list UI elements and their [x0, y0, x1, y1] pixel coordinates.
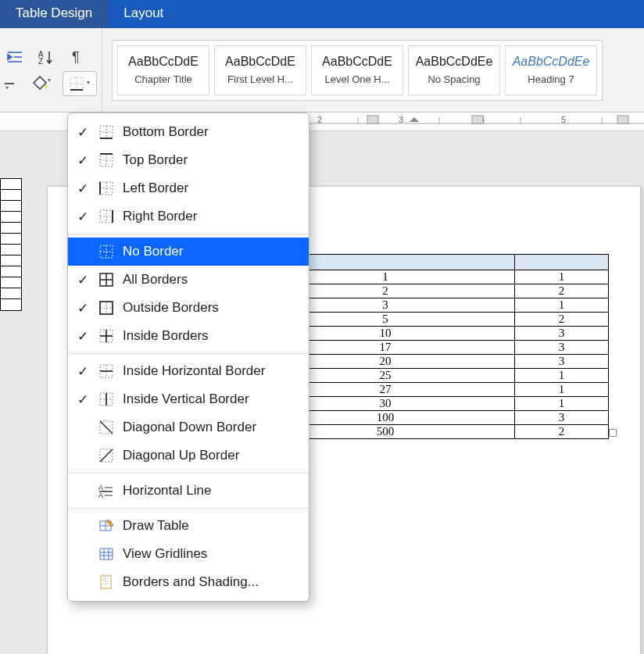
style-preview: AaBbCcDdE — [216, 55, 304, 69]
border-bottom-icon — [98, 124, 115, 140]
line-style-dropdown[interactable] — [2, 71, 19, 96]
border-ih-icon — [98, 363, 115, 379]
menu-item-hline[interactable]: AAHorizontal Line — [68, 477, 309, 505]
svg-text:¶: ¶ — [72, 49, 80, 65]
menu-item-label: Diagonal Down Border — [123, 420, 256, 435]
menu-item-label: Left Border — [123, 180, 188, 196]
svg-rect-17 — [472, 116, 483, 123]
ribbon-paragraph-group: AZ ¶ — [2, 28, 102, 112]
ribbon: AZ ¶ — [0, 28, 644, 113]
style-label: No Spacing — [410, 73, 498, 85]
indent-icon — [6, 50, 23, 64]
checkmark-icon: ✓ — [76, 209, 90, 225]
table-cell[interactable]: 2 — [515, 313, 609, 327]
paint-bucket-icon — [29, 75, 52, 92]
sort-button[interactable]: AZ — [33, 45, 59, 70]
style-first-level-heading[interactable]: AaBbCcDdE First Level H... — [214, 45, 306, 95]
style-label: First Level H... — [216, 73, 304, 85]
menu-item-label: Right Border — [123, 209, 197, 224]
table-cell[interactable]: 1 — [515, 397, 609, 411]
checkmark-icon: ✓ — [76, 152, 90, 169]
menu-item-label: Bottom Border — [123, 124, 209, 140]
table-cell[interactable]: 3 — [515, 411, 609, 425]
menu-separator — [68, 353, 309, 354]
border-all-icon — [98, 272, 115, 288]
border-outside-icon — [98, 300, 115, 316]
menu-item-label: Diagonal Up Border — [123, 448, 239, 463]
pilcrow-button[interactable]: ¶ — [64, 45, 91, 70]
table-cell[interactable]: 3 — [515, 341, 609, 355]
menu-item-border-right[interactable]: ✓Right Border — [68, 202, 309, 231]
style-no-spacing[interactable]: AaBbCcDdEe No Spacing — [408, 45, 500, 95]
menu-item-label: Horizontal Line — [123, 483, 211, 499]
menu-item-border-inside[interactable]: ✓Inside Borders — [68, 322, 309, 350]
style-preview: AaBbCcDdEe — [410, 55, 498, 69]
shading-dropdown[interactable] — [23, 71, 58, 96]
menu-item-border-left[interactable]: ✓Left Border — [68, 174, 309, 202]
menu-item-border-iv[interactable]: ✓Inside Vertical Border — [68, 385, 309, 413]
menu-item-label: No Border — [123, 244, 183, 259]
draw-table-icon — [98, 518, 115, 534]
border-right-icon — [98, 209, 115, 224]
menu-item-border-bottom[interactable]: ✓Bottom Border — [68, 118, 309, 146]
menu-item-border-top[interactable]: ✓Top Border — [68, 146, 309, 174]
svg-rect-70 — [101, 576, 111, 588]
checkmark-icon: ✓ — [76, 363, 90, 380]
menu-item-border-all[interactable]: ✓All Borders — [68, 266, 309, 294]
table-cell[interactable]: 1 — [515, 383, 609, 397]
checkmark-icon: ✓ — [76, 180, 90, 197]
menu-item-label: Draw Table — [123, 518, 189, 534]
sort-icon: AZ — [38, 49, 55, 65]
table-cell[interactable]: 3 — [515, 327, 609, 341]
menu-item-label: Inside Borders — [123, 328, 209, 344]
borders-dlg-icon — [98, 574, 115, 590]
table-cell[interactable]: 2 — [515, 425, 609, 439]
style-label: Heading 7 — [507, 73, 595, 85]
table-cell[interactable]: 1 — [515, 270, 609, 284]
menu-item-draw-table[interactable]: Draw Table — [68, 512, 309, 540]
checkmark-icon: ✓ — [76, 328, 90, 345]
borders-menu: ✓Bottom Border✓Top Border✓Left Border✓Ri… — [67, 113, 309, 602]
border-top-icon — [98, 152, 115, 168]
menu-item-border-outside[interactable]: ✓Outside Borders — [68, 294, 309, 322]
line-style-icon — [3, 77, 17, 90]
menu-item-border-ih[interactable]: ✓Inside Horizontal Border — [68, 357, 309, 385]
indent-increase-button[interactable] — [2, 45, 28, 70]
menu-item-diag-up[interactable]: Diagonal Up Border — [68, 441, 309, 470]
menu-item-gridlines[interactable]: View Gridlines — [68, 540, 309, 568]
style-label: Chapter Title — [120, 73, 207, 85]
table-cell[interactable]: 2 — [515, 284, 609, 298]
svg-line-56 — [100, 449, 113, 462]
menu-item-label: Top Border — [123, 152, 188, 168]
menu-item-label: Borders and Shading... — [123, 574, 259, 590]
checkmark-icon: ✓ — [76, 124, 90, 141]
menu-item-borders-dlg[interactable]: Borders and Shading... — [68, 568, 309, 596]
svg-text:A: A — [98, 491, 103, 499]
style-preview: AaBbCcDdE — [120, 55, 207, 69]
svg-text:Z: Z — [38, 57, 43, 65]
style-heading-7[interactable]: AaBbCcDdEe Heading 7 — [505, 45, 597, 95]
border-none-icon — [98, 244, 115, 259]
menu-item-diag-down[interactable]: Diagonal Down Border — [68, 413, 309, 441]
checkmark-icon: ✓ — [76, 272, 90, 288]
table-cell[interactable]: 1 — [515, 369, 609, 383]
table-resize-handle[interactable] — [609, 429, 617, 437]
menu-item-label: Inside Vertical Border — [123, 391, 249, 407]
style-level-one-heading[interactable]: AaBbCcDdE Level One H... — [311, 45, 403, 95]
table-cell[interactable]: 3 — [515, 355, 609, 369]
menu-separator — [68, 234, 309, 234]
borders-dropdown[interactable] — [63, 71, 97, 96]
menu-item-label: All Borders — [123, 272, 188, 288]
svg-text:A: A — [98, 484, 103, 491]
partial-table-left — [0, 178, 22, 311]
table-cell[interactable]: 1 — [515, 298, 609, 313]
svg-rect-18 — [617, 116, 628, 123]
style-chapter-title[interactable]: AaBbCcDdE Chapter Title — [117, 45, 209, 95]
menu-item-border-none[interactable]: No Border — [68, 238, 309, 266]
style-preview: AaBbCcDdE — [313, 55, 401, 69]
svg-rect-65 — [100, 549, 113, 559]
tab-table-design[interactable]: Table Design — [0, 0, 108, 28]
svg-line-54 — [100, 421, 113, 434]
ribbon-tabbar: Table Design Layout — [0, 0, 644, 28]
tab-layout[interactable]: Layout — [108, 0, 179, 28]
